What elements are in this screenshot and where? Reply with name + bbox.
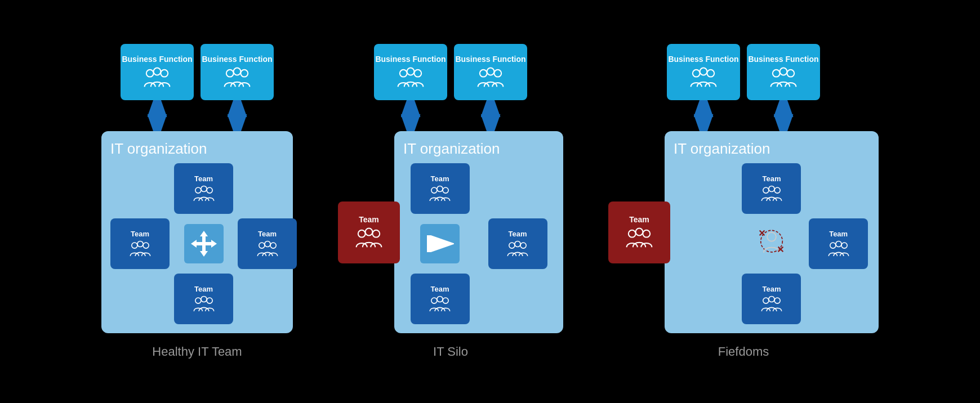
people-icon-5 [690,67,717,89]
svg-marker-20 [191,240,197,248]
bf-box-2: Business Function [201,44,274,100]
move-icon [190,230,218,258]
svg-point-78 [830,242,835,248]
f-team-top-label: Team [762,174,781,183]
bf-row-2: Business Function Business Function [374,44,527,100]
bf-label-2: Business Function [202,55,272,64]
svg-point-68 [629,230,636,237]
svg-point-25 [270,242,276,248]
healthy-it-team-section: Business Function Business Function [101,44,293,359]
svg-point-45 [431,187,437,192]
svg-point-83 [769,296,774,302]
svg-point-71 [763,187,769,192]
team-bottom: Team [174,274,233,324]
f-team-bottom: Team [742,274,801,324]
bf-box-1: Business Function [121,44,194,100]
bf-label-1: Business Function [122,55,192,64]
silo-team-bottom: Team [411,274,470,324]
svg-point-57 [707,70,714,77]
f-team-right: Team [809,218,868,269]
arrow-col-2 [201,100,274,131]
fiefdoms-section: Business Function Business Function [608,44,879,359]
bf-label-5: Business Function [668,55,738,64]
people-icon-silo-bottom [429,295,451,314]
svg-point-14 [201,186,206,191]
svg-point-42 [358,230,366,237]
team-left-label: Team [131,230,149,238]
people-icon-3 [397,67,424,89]
svg-point-43 [372,230,380,237]
svg-point-34 [494,70,501,77]
it-org-title-2: IT organization [403,140,554,158]
svg-point-33 [480,70,487,77]
bf-label-4: Business Function [455,55,525,64]
vertical-arrow-2 [226,100,248,131]
arrow-col-6 [747,100,820,131]
svg-point-46 [443,187,448,192]
bf-label-3: Business Function [375,55,446,64]
svg-marker-18 [200,231,208,236]
svg-point-13 [207,187,212,192]
svg-marker-21 [211,240,217,248]
team-right: Team [238,218,297,269]
svg-point-54 [443,297,448,303]
svg-point-15 [131,242,137,248]
bf-box-3: Business Function [374,44,447,100]
people-icon-1 [144,67,171,89]
svg-point-52 [515,241,520,247]
svg-point-28 [207,297,212,303]
team-right-label: Team [258,230,277,238]
vertical-arrow-5 [692,100,715,131]
bf-box-5: Business Function [667,44,740,100]
fiefdoms-row: Team IT organization Te [608,131,879,333]
arrow-col-4 [454,100,527,131]
vertical-arrow-6 [772,100,795,131]
f-team-right-label: Team [829,230,848,238]
svg-point-0 [146,70,154,77]
teams-grid-2: Team [403,163,554,324]
svg-point-70 [636,228,643,235]
silo-team-top-label: Team [431,174,449,183]
external-team-silo: Team [338,202,400,263]
people-icon-f-top [761,185,782,203]
teams-grid-3: Team [674,163,870,324]
silo-row: Team IT organization Team [338,131,563,333]
svg-point-35 [487,68,495,75]
team-top-label: Team [194,174,213,183]
it-org-title-1: IT organization [110,140,284,158]
right-arrow-icon [426,235,454,252]
svg-point-73 [769,186,774,191]
svg-point-27 [195,297,201,303]
silo-arrow-right [420,224,460,263]
svg-point-24 [259,242,264,248]
people-icon-2 [224,67,251,89]
team-top: Team [174,163,233,214]
svg-marker-19 [200,251,208,257]
svg-point-12 [195,187,201,192]
fiefdom-center-icon: ✕ ✕ [752,224,791,263]
svg-point-47 [437,186,443,191]
teams-grid-1: Team Team [110,163,284,324]
arrow-col-5 [667,100,740,131]
svg-point-61 [780,68,787,75]
silo-team-right: Team [488,218,547,269]
svg-point-55 [437,296,443,302]
svg-point-69 [643,230,650,237]
team-left: Team [110,218,170,269]
arrow-col-1 [121,100,194,131]
people-icon-4 [477,67,504,89]
team-bottom-label: Team [194,285,213,293]
svg-point-60 [787,70,794,77]
svg-rect-23 [197,242,211,245]
people-icon-team-right [257,240,278,258]
svg-point-29 [201,296,206,302]
svg-point-26 [264,241,270,247]
svg-point-44 [366,228,373,235]
svg-point-16 [143,242,149,248]
svg-point-56 [693,70,700,77]
bf-box-6: Business Function [747,44,820,100]
svg-point-17 [137,241,142,247]
bf-row-3: Business Function Business Function [667,44,820,100]
svg-point-58 [700,68,707,75]
fiefdoms-label: Fiefdoms [718,344,769,359]
